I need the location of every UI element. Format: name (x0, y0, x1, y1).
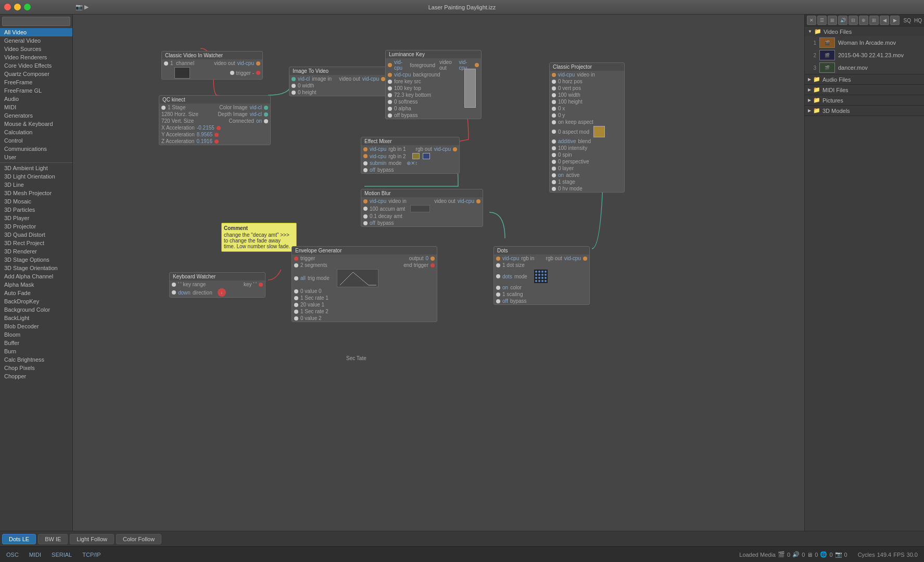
status-midi[interactable]: MIDI (29, 552, 41, 558)
sidebar-item-chopper[interactable]: Chopper (0, 372, 72, 380)
grid2-btn[interactable]: ⊞ (869, 16, 879, 25)
node-dots[interactable]: Dots vid-cpu rgb in rgb out vid-cpu 1 do… (493, 246, 590, 305)
port (294, 263, 298, 267)
file-item-3[interactable]: 3 🎬 dancer.mov (805, 61, 924, 74)
sidebar-item-3d-player[interactable]: 3D Player (0, 214, 72, 222)
port (230, 71, 234, 75)
status-osc[interactable]: OSC (6, 552, 19, 558)
file-item-1[interactable]: 1 🎬 Woman In Arcade.mov (805, 36, 924, 49)
audio-btn[interactable]: 🔊 (838, 16, 847, 25)
sidebar-item-3d-ambient-light[interactable]: 3D Ambient Light (0, 164, 72, 172)
plus-btn[interactable]: ⊕ (859, 16, 868, 25)
media-val-3: 0 (815, 552, 818, 558)
minus-btn[interactable]: ⊟ (849, 16, 858, 25)
close-panel-btn[interactable]: ✕ (807, 16, 816, 25)
sidebar-item-communications[interactable]: Communications (0, 145, 72, 153)
port (552, 93, 556, 97)
prev-btn[interactable]: ◀ (880, 16, 889, 25)
port (552, 86, 556, 91)
file-item-2[interactable]: 2 🎬 2015-04-30 22.41.23.mov (805, 49, 924, 61)
video-files-header[interactable]: ▼ 📁 Video Files (805, 27, 924, 36)
sidebar-item-3d-stage-orientation[interactable]: 3D Stage Orientation (0, 264, 72, 272)
sidebar-item-video-renderers[interactable]: Video Renderers (0, 53, 72, 61)
node-classic-video-in[interactable]: Classic Video In Watcher 1 channel video… (161, 51, 263, 80)
sidebar-item-3d-quad-distort[interactable]: 3D Quad Distort (0, 231, 72, 239)
node-row: 1 channel video out vid-cpu (162, 60, 262, 67)
minimize-button[interactable] (14, 4, 21, 10)
sidebar-item-alpha-mask[interactable]: Alpha Mask (0, 280, 72, 289)
sidebar-item-background-color[interactable]: Background Color (0, 305, 72, 314)
status-bar: OSC MIDI SERIAL TCP/IP Loaded Media 🎬 0 … (0, 546, 924, 562)
sidebar-item-freeframe[interactable]: FreeFrame (0, 78, 72, 86)
node-row: 0 width (289, 82, 387, 89)
sidebar-item-3d-particles[interactable]: 3D Particles (0, 206, 72, 214)
sidebar-item-mouse-keyboard[interactable]: Mouse & Keyboard (0, 120, 72, 128)
sidebar-item-quartz-composer[interactable]: Quartz Composer (0, 70, 72, 78)
node-qc-kinect[interactable]: QC kinect 1 Stage Color Image vid-cl 128… (159, 95, 271, 145)
node-row: vid-cpu video in video out vid-cpu (361, 198, 483, 205)
node-luminance-key[interactable]: Luminance Key vid-cpu foreground video o… (385, 50, 482, 119)
sidebar-item-3d-light-orientation[interactable]: 3D Light Orientation (0, 172, 72, 181)
sidebar-item-3d-mosaic[interactable]: 3D Mosaic (0, 197, 72, 206)
node-envelope-generator[interactable]: Envelope Generator trigger output 0 2 se… (292, 246, 437, 322)
node-motion-blur[interactable]: Motion Blur vid-cpu video in video out v… (361, 189, 483, 227)
maximize-button[interactable] (24, 4, 31, 10)
sidebar-item-buffer[interactable]: Buffer (0, 339, 72, 347)
list-view-btn[interactable]: ☰ (817, 16, 827, 25)
tab-color-follow[interactable]: Color Follow (116, 534, 161, 544)
node-row: vid-cl image in video out vid-cpu (289, 75, 387, 82)
node-keyboard-watcher[interactable]: Keyboard Watcher ' ' key range key ' ' d… (169, 272, 265, 298)
sidebar-item-midi[interactable]: MIDI (0, 103, 72, 111)
sidebar-item-add-alpha-channel[interactable]: Add Alpha Channel (0, 272, 72, 280)
next-btn[interactable]: ▶ (890, 16, 900, 25)
node-image-to-video[interactable]: Image To Video vid-cl image in video out… (289, 67, 388, 96)
midi-files-header[interactable]: ▶ 📁 MIDI Files (805, 85, 924, 95)
speaker-icon: 🔊 (792, 551, 800, 558)
sidebar-item-video-sources[interactable]: Video Sources (0, 45, 72, 53)
sidebar-item-3d-mesh-projector[interactable]: 3D Mesh Projector (0, 189, 72, 197)
sidebar-item-general-video[interactable]: General Video (0, 36, 72, 45)
sidebar-item-3d-projector[interactable]: 3D Projector (0, 222, 72, 231)
sidebar-item-freeframe-gl[interactable]: FreeFrame GL (0, 86, 72, 95)
sidebar-item-3d-line[interactable]: 3D Line (0, 181, 72, 189)
camera-button[interactable]: 📷 ▶ (75, 4, 88, 10)
sidebar-item-chop-pixels[interactable]: Chop Pixels (0, 364, 72, 372)
canvas-area[interactable]: Classic Video In Watcher 1 channel video… (73, 15, 804, 531)
search-input[interactable] (2, 17, 70, 26)
status-serial[interactable]: SERIAL (52, 552, 72, 558)
panel-section-pictures: ▶ 📁 Pictures (805, 95, 924, 106)
node-classic-projector[interactable]: Classic Projector vid-cpu video in 0 hor… (549, 62, 625, 193)
node-row: additive blend (550, 138, 624, 145)
sidebar-item-blob-decoder[interactable]: Blob Decoder (0, 322, 72, 330)
port (552, 107, 556, 111)
node-qc-kinect-header: QC kinect (159, 96, 270, 104)
3d-models-header[interactable]: ▶ 📁 3D Models (805, 106, 924, 116)
tab-light-follow[interactable]: Light Follow (70, 534, 114, 544)
node-classic-video-in-header: Classic Video In Watcher (162, 52, 262, 60)
audio-files-header[interactable]: ▶ 📁 Audio Files (805, 74, 924, 84)
pictures-header[interactable]: ▶ 📁 Pictures (805, 95, 924, 105)
sidebar-item-control[interactable]: Control (0, 136, 72, 145)
node-effect-mixer[interactable]: Effect Mixer vid-cpu rgb in 1 rgb out vi… (361, 137, 460, 174)
grid-view-btn[interactable]: ⊞ (828, 16, 837, 25)
tab-dots-le[interactable]: Dots LE (2, 534, 36, 544)
sidebar-item-backdrop-key[interactable]: BackDropKey (0, 297, 72, 305)
sidebar-item-user[interactable]: User (0, 153, 72, 161)
sidebar-item-3d-rect-project[interactable]: 3D Rect Project (0, 239, 72, 247)
sidebar-item-calc-brightness[interactable]: Calc Brightness (0, 355, 72, 364)
sidebar-item-audio[interactable]: Audio (0, 95, 72, 103)
sidebar-item-all-video[interactable]: All Video (0, 28, 72, 36)
status-tcp-ip[interactable]: TCP/IP (82, 552, 100, 558)
sidebar-item-auto-fade[interactable]: Auto Fade (0, 289, 72, 297)
sidebar-item-burn[interactable]: Burn (0, 347, 72, 355)
sidebar-item-bloom[interactable]: Bloom (0, 330, 72, 339)
sidebar-item-calculation[interactable]: Calculation (0, 128, 72, 136)
sidebar-item-core-video-effects[interactable]: Core Video Effects (0, 61, 72, 70)
port (294, 276, 298, 280)
sidebar-item-generators[interactable]: Generators (0, 111, 72, 120)
tab-bw-ie[interactable]: BW IE (38, 534, 68, 544)
close-button[interactable] (4, 4, 11, 10)
sidebar-item-backlight[interactable]: BackLight (0, 314, 72, 322)
sidebar-item-3d-renderer[interactable]: 3D Renderer (0, 247, 72, 256)
sidebar-item-3d-stage-options[interactable]: 3D Stage Options (0, 256, 72, 264)
